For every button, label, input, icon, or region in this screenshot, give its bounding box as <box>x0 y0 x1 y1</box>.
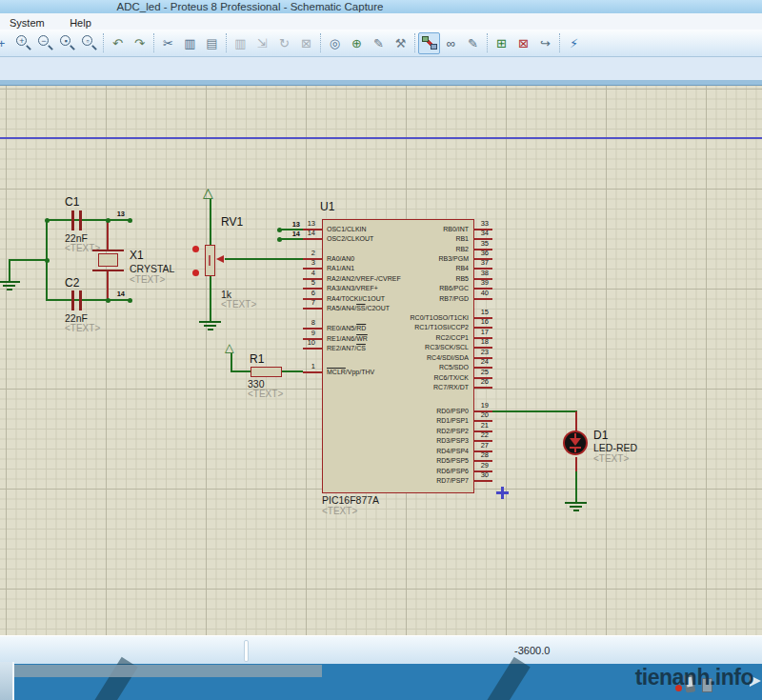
chip-pin-name-7: RA5/AN4/SS/C2OUT <box>327 305 390 312</box>
pick-part-icon[interactable]: ⊕ <box>346 32 368 54</box>
goto-sheet-icon[interactable]: ↪ <box>534 32 556 54</box>
chip-pin-number-7: 7 <box>292 299 315 307</box>
scrollbar-handle[interactable] <box>244 640 249 662</box>
zoom-object-icon[interactable]: ◎ <box>324 32 346 54</box>
chip-pin-name-22: RD3/PSP3 <box>436 437 469 445</box>
cap-c1[interactable] <box>79 210 82 230</box>
chip-pin-name-16: RC1/T1OSI/CCP2 <box>414 324 469 331</box>
zoom-in-icon[interactable]: + <box>12 32 34 54</box>
chip-pin-name-24: RC5/SDO <box>439 364 469 371</box>
chip-pin-number-26: 26 <box>470 378 489 386</box>
crystal-x1-body[interactable] <box>98 253 118 267</box>
wire-osc1-net[interactable] <box>47 219 130 221</box>
ground-bar <box>570 506 582 508</box>
component-ref: X1 <box>130 249 144 262</box>
chip-pin-name-4: RA2/AN2/VREF-/CVREF <box>327 275 401 283</box>
chip-pin-stub-10[interactable] <box>303 348 322 350</box>
toolbar-separator <box>320 33 321 52</box>
led-d1-body[interactable] <box>563 430 588 455</box>
chip-pin-name-37: RB4 <box>455 265 469 272</box>
wire-osc2-net[interactable] <box>47 299 130 301</box>
chip-pin-stub-1[interactable] <box>303 371 322 373</box>
block-delete-icon[interactable]: ⊠ <box>295 32 317 54</box>
zoom-area-icon[interactable]: ▫ <box>78 32 100 54</box>
wire-wiper-to-ra0[interactable] <box>225 258 303 260</box>
cap-c2[interactable] <box>79 290 82 310</box>
crystal-x1[interactable] <box>92 250 124 251</box>
desktop-stripe <box>473 657 530 700</box>
chip-pin-number-27: 27 <box>470 442 489 450</box>
wire-rd0-to-led[interactable] <box>492 410 577 412</box>
undo-icon[interactable]: ↶ <box>107 32 129 54</box>
chip-pin-name-20: RD1/PSP1 <box>436 417 469 425</box>
chip-pin-number-18: 18 <box>470 338 489 346</box>
chip-pin-name-6: RA4/T0CKI/C1OUT <box>327 295 385 303</box>
block-move-icon[interactable]: ⇲ <box>251 32 273 54</box>
chip-pin-name-36: RB3/PGM <box>438 255 469 263</box>
led-symbol <box>574 449 576 452</box>
zoom-in-icon-glyph: + <box>16 35 28 47</box>
component-text: <TEXT> <box>130 274 165 285</box>
cut-icon[interactable]: ✂ <box>157 32 179 54</box>
make-device-icon[interactable]: ✎ <box>368 32 390 54</box>
chip-pin-name-25: RC6/TX/CK <box>433 374 469 382</box>
pot-adjust-up-icon[interactable] <box>192 246 199 252</box>
net-label: 13 <box>285 220 300 229</box>
wire-ground-left[interactable] <box>10 259 48 261</box>
redo-icon[interactable]: ↷ <box>129 32 150 54</box>
chip-pin-name-30: RD7/PSP7 <box>436 477 469 485</box>
led-pin-bottom <box>575 457 577 472</box>
wire-pot-ground[interactable] <box>210 276 211 322</box>
title-bar[interactable]: ADC_led - Proteus 8 Professional - Schem… <box>0 0 762 13</box>
chip-pin-name-38: RB5 <box>455 275 469 283</box>
cap-c2[interactable] <box>71 290 74 310</box>
block-copy-icon[interactable]: ▥ <box>230 32 251 54</box>
chip-pin-number-17: 17 <box>470 329 489 336</box>
chip-pin-stub-30[interactable] <box>473 480 492 482</box>
wire-r1-to-mclr[interactable] <box>281 370 303 372</box>
crystal-x1[interactable] <box>92 270 124 271</box>
res-r1-body[interactable] <box>251 367 282 377</box>
desktop-stripe <box>81 657 137 700</box>
pot-adjust-down-icon[interactable] <box>192 270 199 276</box>
paste-icon[interactable]: ▤ <box>201 32 223 54</box>
wire-autoroute-icon[interactable] <box>418 32 440 54</box>
status-bar: -3600.0 <box>0 635 762 664</box>
wire-ground-left-stem[interactable] <box>9 259 10 281</box>
zoom-sheet-icon[interactable]: ▪ <box>56 32 78 54</box>
pot-rv1-body[interactable] <box>205 245 215 276</box>
chip-pin-number-20: 20 <box>470 411 489 419</box>
component-text: <TEXT> <box>65 323 100 333</box>
chip-pin-number-2: 2 <box>292 250 315 257</box>
cap-c1[interactable] <box>71 210 74 230</box>
chip-pin-stub-7[interactable] <box>303 308 322 310</box>
chip-pin-number-5: 5 <box>292 279 315 287</box>
chip-pin-stub-40[interactable] <box>473 298 492 300</box>
wire-led-ground[interactable] <box>575 471 577 503</box>
block-rotate-icon[interactable]: ↻ <box>273 32 295 54</box>
wire-pot-power[interactable] <box>210 199 211 246</box>
erc-icon[interactable]: ⚡ <box>563 32 585 54</box>
copy-icon[interactable]: ▥ <box>179 32 201 54</box>
wire-r1-power[interactable] <box>231 353 232 372</box>
search-icon[interactable]: ∞ <box>440 32 462 54</box>
remove-sheet-icon[interactable]: ⊠ <box>512 32 534 54</box>
zoom-out-icon[interactable]: − <box>34 32 56 54</box>
chip-pin-number-24: 24 <box>470 358 489 366</box>
chip-pin-name-23: RC4/SDI/SDA <box>427 354 469 362</box>
wire-r1-left[interactable] <box>231 370 251 372</box>
status-coordinate: -3600.0 <box>514 645 550 656</box>
component-text: <TEXT> <box>65 243 100 253</box>
chip-pin-name-35: RB2 <box>455 246 469 253</box>
wire-osc2-stub[interactable] <box>279 238 303 240</box>
pan-icon[interactable]: + <box>0 32 12 54</box>
chip-pin-number-29: 29 <box>470 462 489 470</box>
decompose-icon[interactable]: ⚒ <box>390 32 411 54</box>
net-label: 14 <box>285 230 300 238</box>
power-arrow-icon: △ <box>225 341 234 354</box>
toolbar-separator <box>103 33 104 52</box>
property-assignment-icon[interactable]: ✎ <box>462 32 484 54</box>
chip-pin-stub-26[interactable] <box>473 387 492 389</box>
new-sheet-icon[interactable]: ⊞ <box>491 32 512 54</box>
chip-pin-stub-14[interactable] <box>303 238 322 240</box>
